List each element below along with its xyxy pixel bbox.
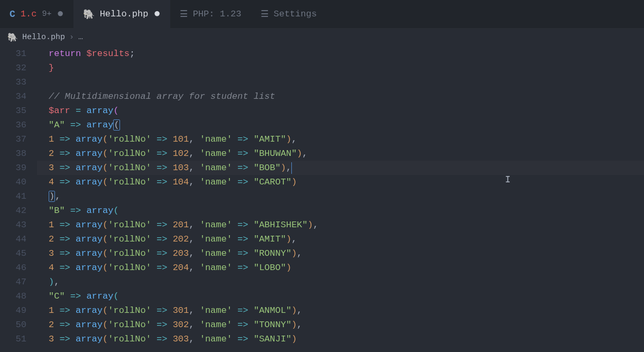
php-file-icon: 🐘 [7,32,18,43]
line-number: 43 [0,218,26,232]
line-number: 32 [0,61,26,75]
code-content[interactable]: I return $results;}// Multidimensional a… [37,47,644,346]
tab-php-version[interactable]: ☰ PHP: 1.23 [170,0,251,28]
line-number: 44 [0,232,26,246]
line-number: 40 [0,175,26,189]
code-line[interactable]: 1 => array('rollNo' => 101, 'name' => "A… [37,132,644,146]
dirty-indicator-icon: ● [153,8,160,20]
chevron-right-icon: › [69,33,74,42]
breadcrumb[interactable]: 🐘 Hello.php › … [0,28,644,47]
tab-label: PHP: 1.23 [193,9,242,19]
line-number: 33 [0,75,26,89]
line-number: 34 [0,89,26,104]
code-line[interactable]: return $results; [37,47,644,61]
line-number: 51 [0,332,26,346]
code-line[interactable]: "A" => array( [37,118,644,132]
line-number: 49 [0,303,26,318]
format-icon: ☰ [180,8,188,20]
code-line[interactable]: // Multidimensional array for student li… [37,89,644,104]
php-file-icon: 🐘 [83,8,95,20]
code-line[interactable]: $arr = array( [37,104,644,118]
line-number: 46 [0,261,26,275]
line-number: 47 [0,275,26,289]
line-number: 42 [0,203,26,218]
line-number: 36 [0,118,26,132]
code-line[interactable]: ), [37,275,644,289]
tab-1c[interactable]: C 1.c 9+ ● [0,0,73,28]
line-number: 48 [0,289,26,303]
code-line[interactable]: 1 => array('rollNo' => 301, 'name' => "A… [37,303,644,318]
tab-hello-php[interactable]: 🐘 Hello.php ● [73,0,170,28]
code-line[interactable]: 2 => array('rollNo' => 202, 'name' => "A… [37,232,644,246]
code-line[interactable]: 3 => array('rollNo' => 203, 'name' => "R… [37,246,644,261]
code-line[interactable]: 3 => array('rollNo' => 103, 'name' => "B… [37,161,644,175]
line-number: 45 [0,246,26,261]
close-icon[interactable]: ● [57,8,63,20]
line-numbers: 3132333435363738394041424344454647484950… [0,47,37,346]
tab-label: Settings [274,9,317,19]
code-line[interactable]: 4 => array('rollNo' => 104, 'name' => "C… [37,175,644,189]
line-number: 38 [0,146,26,161]
tab-badge: 9+ [42,10,51,18]
code-line[interactable]: ), [37,189,644,203]
breadcrumb-rest: … [78,33,83,42]
editor-tabs: C 1.c 9+ ● 🐘 Hello.php ● ☰ PHP: 1.23 ☰ S… [0,0,644,28]
line-number: 39 [0,161,26,175]
code-line[interactable]: 2 => array('rollNo' => 102, 'name' => "B… [37,146,644,161]
code-line[interactable]: 1 => array('rollNo' => 201, 'name' => "A… [37,218,644,232]
code-editor[interactable]: 3132333435363738394041424344454647484950… [0,47,644,346]
code-line[interactable]: "C" => array( [37,289,644,303]
tab-label: Hello.php [100,9,149,19]
line-number: 35 [0,104,26,118]
format-icon: ☰ [261,8,269,20]
tab-label: 1.c [21,9,37,19]
code-line[interactable]: 4 => array('rollNo' => 204, 'name' => "L… [37,261,644,275]
line-number: 41 [0,189,26,203]
line-number: 31 [0,47,26,61]
code-line[interactable]: "B" => array( [37,203,644,218]
code-line[interactable]: 2 => array('rollNo' => 302, 'name' => "T… [37,318,644,332]
code-line[interactable]: } [37,61,644,75]
c-file-icon: C [10,9,15,20]
line-number: 50 [0,318,26,332]
breadcrumb-file: Hello.php [22,33,65,42]
line-number: 37 [0,132,26,146]
code-line[interactable] [37,75,644,89]
tab-settings[interactable]: ☰ Settings [251,0,327,28]
code-line[interactable]: 3 => array('rollNo' => 303, 'name' => "S… [37,332,644,346]
